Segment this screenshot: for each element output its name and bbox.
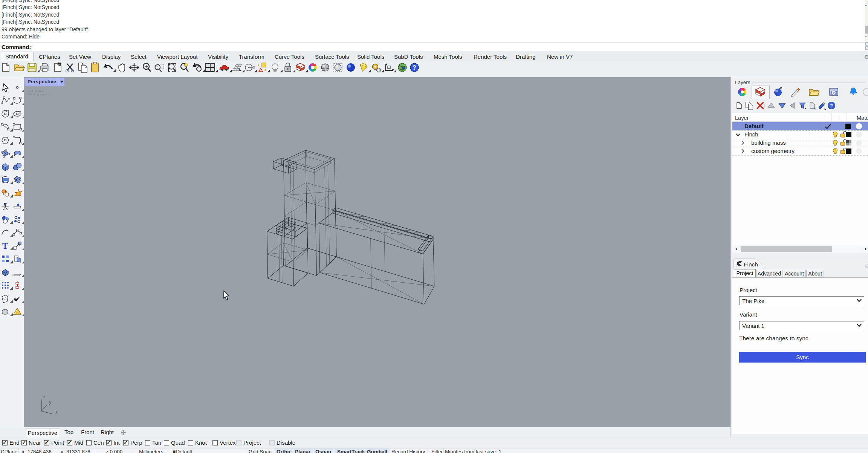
svg-text:z: z bbox=[43, 394, 46, 399]
svg-text:?: ? bbox=[413, 64, 416, 71]
svg-text:T: T bbox=[2, 241, 8, 251]
svg-text:?: ? bbox=[830, 103, 833, 109]
svg-text:x: x bbox=[55, 409, 58, 415]
svg-text:?: ? bbox=[833, 91, 835, 95]
svg-text:y: y bbox=[49, 399, 52, 405]
